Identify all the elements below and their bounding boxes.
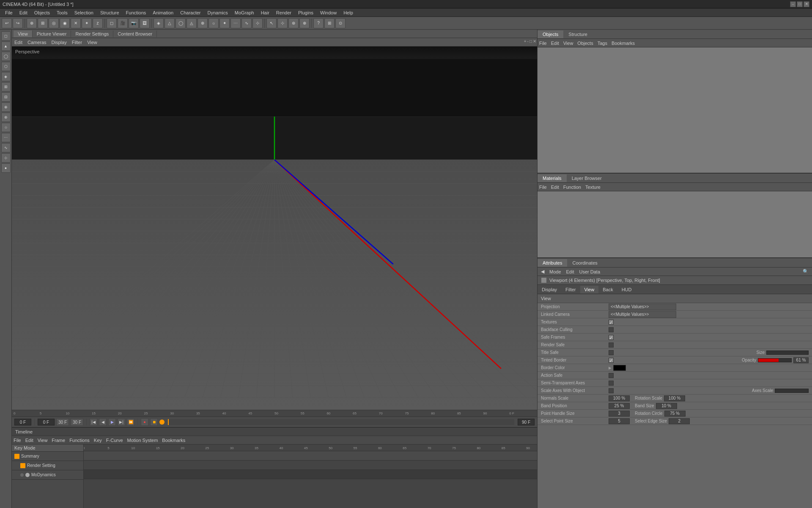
toolbar-btn-33[interactable]: ⊞: [324, 18, 335, 28]
attr-dual-val2-12[interactable]: 100 %: [664, 395, 685, 401]
objects-menu-bookmarks[interactable]: Bookmarks: [612, 41, 635, 46]
toolbar-btn-21[interactable]: ☼: [208, 18, 219, 28]
toolbar-btn-24[interactable]: ∿: [241, 18, 252, 28]
attr-subtab-view[interactable]: View: [580, 286, 599, 293]
attr-dual-val2-14[interactable]: 75 %: [664, 411, 686, 417]
toolbar-btn-25[interactable]: ⊹: [252, 18, 263, 28]
menubar-item-functions[interactable]: Functions: [123, 9, 150, 16]
left-tool-5[interactable]: ⊞: [1, 82, 11, 91]
menubar-item-help[interactable]: Help: [340, 9, 357, 16]
viewport-menu-display[interactable]: Display: [52, 40, 67, 45]
objects-tab-objects[interactable]: Objects: [538, 30, 563, 38]
viewport-menu-view[interactable]: View: [87, 40, 97, 45]
timeline-menu-functions[interactable]: Functions: [69, 438, 90, 443]
attr-color-swatch-8[interactable]: [613, 365, 626, 371]
menubar-item-edit[interactable]: Edit: [16, 9, 31, 16]
objects-menu-tags[interactable]: Tags: [598, 41, 607, 46]
toolbar-btn-17[interactable]: △: [165, 18, 175, 28]
attr-dual-val1-14[interactable]: 3: [609, 411, 630, 417]
timeline-menu-bookmarks[interactable]: Bookmarks: [162, 438, 185, 443]
pb-extra[interactable]: [159, 420, 165, 425]
start-frame-input[interactable]: [38, 419, 55, 425]
close-button[interactable]: ✕: [804, 1, 809, 7]
attr-dual-val2-15[interactable]: 2: [669, 418, 690, 424]
objects-menu-edit[interactable]: Edit: [551, 41, 559, 46]
timeline-menu-f-curve[interactable]: F-Curve: [106, 438, 123, 443]
menubar-item-structure[interactable]: Structure: [97, 9, 123, 16]
attr-subtab-display[interactable]: Display: [538, 286, 561, 293]
toolbar-btn-14[interactable]: 🖼: [140, 18, 150, 28]
attr-size-slider[interactable]: [766, 351, 809, 355]
viewport-menu-edit[interactable]: Edit: [14, 40, 22, 45]
toolbar-btn-18[interactable]: ◯: [176, 18, 186, 28]
viewport-menu-filter[interactable]: Filter: [72, 40, 82, 45]
menubar-item-tools[interactable]: Tools: [53, 9, 71, 16]
attr-subtab-hud[interactable]: HUD: [617, 286, 636, 293]
left-tool-1[interactable]: ▲: [1, 41, 11, 51]
view-tab-view[interactable]: View: [14, 30, 33, 37]
toolbar-btn-29[interactable]: ⊛: [288, 18, 299, 28]
toolbar-btn-30[interactable]: ⊕: [299, 18, 310, 28]
attr-opacity-value[interactable]: 61 %: [793, 357, 809, 363]
toolbar-btn-11[interactable]: ◻: [107, 18, 117, 28]
timeline-item-1[interactable]: Render Setting: [12, 461, 83, 470]
timeline-menu-view[interactable]: View: [38, 438, 48, 443]
left-tool-0[interactable]: ◻: [1, 31, 11, 41]
attributes-tab-attributes[interactable]: Attributes: [538, 259, 567, 267]
timeline-menu-motion-system[interactable]: Motion System: [127, 438, 158, 443]
viewport-corner-btn-1[interactable]: -: [527, 39, 529, 44]
toolbar-btn-7[interactable]: ✕: [71, 18, 81, 28]
left-tool-7[interactable]: ⊕: [1, 102, 11, 112]
left-tool-12[interactable]: ⊹: [1, 153, 11, 163]
attr-checkbox-7[interactable]: ✓: [609, 358, 614, 363]
menubar-item-render[interactable]: Render: [273, 9, 295, 16]
objects-menu-file[interactable]: File: [539, 41, 547, 46]
view-tab-picture-viewer[interactable]: Picture Viewer: [33, 30, 71, 37]
attr-checkbox-10[interactable]: [609, 381, 614, 386]
toolbar-btn-4[interactable]: ⊞: [38, 18, 48, 28]
menubar-item-hair[interactable]: Hair: [258, 9, 273, 16]
maximize-button[interactable]: □: [797, 1, 803, 7]
pb-goto-end[interactable]: ⏩: [127, 418, 134, 426]
minimize-button[interactable]: –: [790, 1, 796, 7]
current-frame-input[interactable]: [14, 419, 31, 425]
toolbar-btn-5[interactable]: ◎: [49, 18, 59, 28]
toolbar-btn-23[interactable]: ⋯: [230, 18, 241, 28]
attr-checkbox-9[interactable]: [609, 373, 614, 378]
attr-menu-back[interactable]: ◀: [539, 269, 546, 274]
pb-record[interactable]: ●: [141, 418, 148, 426]
attributes-tab-coordinates[interactable]: Coordinates: [567, 259, 602, 267]
timeline-item-0[interactable]: Summary: [12, 452, 83, 461]
attr-checkbox-4[interactable]: ✓: [609, 335, 614, 340]
left-tool-10[interactable]: ⋯: [1, 133, 11, 142]
timeline-menu-edit[interactable]: Edit: [25, 438, 33, 443]
attr-checkbox-5[interactable]: [609, 342, 614, 348]
attr-opacity-slider[interactable]: [758, 358, 792, 362]
viewport-menu-cameras[interactable]: Cameras: [27, 40, 47, 45]
toolbar-btn-0[interactable]: ↩: [2, 18, 12, 28]
pb-play[interactable]: ▶: [108, 418, 116, 426]
menubar-item-dynamics[interactable]: Dynamics: [204, 9, 231, 16]
toolbar-btn-6[interactable]: ◉: [60, 18, 70, 28]
left-tool-11[interactable]: ∿: [1, 143, 11, 152]
menubar-item-file[interactable]: File: [2, 9, 16, 16]
attr-dual-val1-12[interactable]: 100 %: [609, 395, 630, 401]
toolbar-btn-19[interactable]: ◬: [187, 18, 197, 28]
materials-tab-layer-browser[interactable]: Layer Browser: [567, 174, 607, 182]
left-tool-2[interactable]: ◯: [1, 52, 11, 61]
attr-subtab-filter[interactable]: Filter: [561, 286, 580, 293]
menubar-item-plugins[interactable]: Plugins: [295, 9, 317, 16]
toolbar-btn-16[interactable]: ◈: [154, 18, 164, 28]
timeline-item-2[interactable]: MoDynamics: [12, 470, 83, 480]
objects-menu-view[interactable]: View: [563, 41, 573, 46]
attr-menu-search[interactable]: 🔍: [801, 269, 810, 274]
materials-tab-materials[interactable]: Materials: [538, 174, 567, 182]
toolbar-btn-13[interactable]: 📷: [129, 18, 139, 28]
attr-dual-val1-15[interactable]: 5: [609, 418, 630, 424]
objects-tab-structure[interactable]: Structure: [563, 30, 593, 38]
viewport-corner-btn-0[interactable]: +: [524, 39, 527, 44]
left-tool-6[interactable]: ⊟: [1, 92, 11, 102]
view-tab-content-browser[interactable]: Content Browser: [113, 30, 157, 37]
viewport-corner-btn-2[interactable]: □: [529, 39, 532, 44]
menubar-item-objects[interactable]: Objects: [31, 9, 53, 16]
